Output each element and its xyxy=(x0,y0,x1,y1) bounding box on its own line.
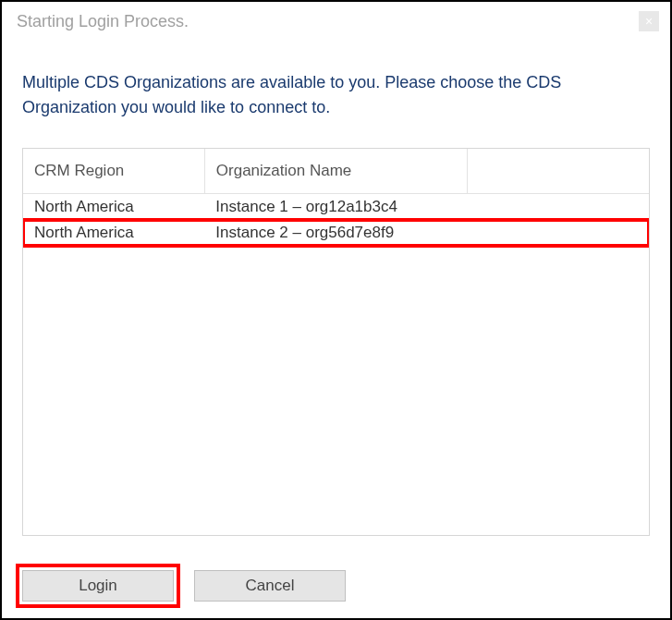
column-header-empty[interactable] xyxy=(468,149,649,194)
cell-org: Instance 2 – org56d7e8f9 xyxy=(204,220,649,246)
cancel-button[interactable]: Cancel xyxy=(194,570,346,602)
instruction-text: Multiple CDS Organizations are available… xyxy=(2,43,670,129)
login-button[interactable]: Login xyxy=(22,570,174,602)
login-button-highlight: Login xyxy=(16,564,180,608)
table-row[interactable]: North America Instance 2 – org56d7e8f9 xyxy=(23,220,649,246)
button-row: Login Cancel xyxy=(22,570,346,602)
cell-org: Instance 1 – org12a1b3c4 xyxy=(204,194,649,220)
title-bar: Starting Login Process. × xyxy=(2,2,670,43)
table-row[interactable]: North America Instance 1 – org12a1b3c4 xyxy=(23,194,649,220)
column-header-org[interactable]: Organization Name xyxy=(204,149,467,194)
close-icon: × xyxy=(645,14,653,29)
column-header-region[interactable]: CRM Region xyxy=(23,149,204,194)
table-header-row: CRM Region Organization Name xyxy=(23,149,649,194)
close-button[interactable]: × xyxy=(639,11,659,31)
org-table-container: CRM Region Organization Name North Ameri… xyxy=(22,148,650,536)
cell-region: North America xyxy=(23,220,204,246)
cell-region: North America xyxy=(23,194,204,220)
window-title: Starting Login Process. xyxy=(17,12,189,31)
org-table: CRM Region Organization Name North Ameri… xyxy=(23,149,649,246)
table-body: North America Instance 1 – org12a1b3c4 N… xyxy=(23,194,649,246)
